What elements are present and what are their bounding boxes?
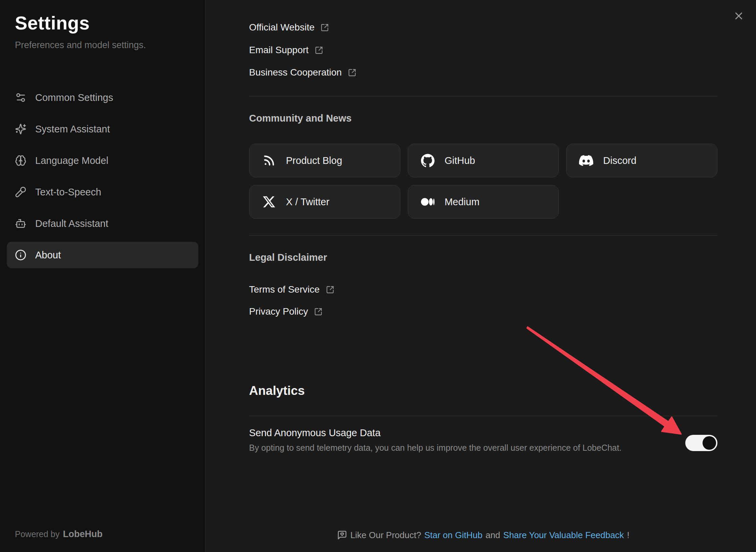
about-panel: Contact Us Official Website Email Suppor… [206,0,756,552]
toggle-knob [703,436,716,450]
external-link-icon [315,46,323,55]
bot-icon [15,218,26,229]
sidebar-item-label: Default Assistant [35,218,108,229]
sidebar-item-text-to-speech[interactable]: Text-to-Speech [7,179,198,205]
setting-description: By opting to send telemetry data, you ca… [249,443,717,453]
sidebar: Settings Preferences and model settings.… [0,0,205,552]
sidebar-item-common-settings[interactable]: Common Settings [7,84,198,111]
external-link-icon [314,307,323,316]
mic-icon [15,186,26,198]
sidebar-item-about[interactable]: About [7,242,198,268]
powered-by-text: Powered by [15,529,60,539]
divider [249,235,717,236]
terms-of-service-link[interactable]: Terms of Service [249,282,717,297]
divider [249,96,717,97]
close-icon [733,10,744,23]
contact-heading: Contact Us [249,0,717,2]
privacy-policy-link[interactable]: Privacy Policy [249,304,717,319]
usage-data-setting: Send Anonymous Usage Data By opting to s… [249,427,717,453]
brand-logo: LobeHub [63,529,103,539]
share-feedback-link[interactable]: Share Your Valuable Feedback [503,530,624,540]
legal-heading: Legal Disclaimer [249,252,717,263]
sidebar-item-label: Language Model [35,155,108,166]
sidebar-item-default-assistant[interactable]: Default Assistant [7,210,198,237]
github-icon [420,153,435,168]
sidebar-item-label: About [35,250,61,261]
sliders-icon [15,92,26,103]
star-on-github-link[interactable]: Star on GitHub [424,530,483,540]
page-subtitle: Preferences and model settings. [15,40,146,50]
x-icon [262,194,276,209]
medium-button[interactable]: Medium [408,185,559,219]
setting-title: Send Anonymous Usage Data [249,427,717,439]
email-support-link[interactable]: Email Support [249,43,717,58]
external-link-icon [320,23,329,32]
external-link-icon [348,68,356,77]
page-footer: Like Our Product? Star on GitHub and Sha… [249,527,717,543]
sidebar-item-label: Common Settings [35,92,113,103]
community-heading: Community and News [249,113,717,124]
github-button[interactable]: GitHub [408,144,559,177]
x-twitter-button[interactable]: X / Twitter [249,185,400,219]
footer-text: ! [627,530,629,540]
info-icon [15,249,26,261]
business-cooperation-link[interactable]: Business Cooperation [249,65,717,80]
footer-text: and [486,530,500,540]
analytics-heading: Analytics [249,384,717,398]
message-square-heart-icon [337,530,347,540]
sidebar-item-label: Text-to-Speech [35,187,101,198]
sidebar-item-label: System Assistant [35,124,110,135]
usage-data-toggle[interactable] [685,435,717,451]
product-blog-button[interactable]: Product Blog [249,144,400,177]
sparkles-icon [15,123,26,135]
sidebar-item-system-assistant[interactable]: System Assistant [7,116,198,142]
rss-icon [262,153,276,168]
official-website-link[interactable]: Official Website [249,20,717,35]
discord-button[interactable]: Discord [566,144,717,177]
external-link-icon [326,285,334,294]
sidebar-nav: Common Settings System Assistant Languag… [0,84,205,273]
powered-by: Powered by LobeHub [15,529,103,539]
community-buttons: Product Blog GitHub Discord X / Twitter [249,144,717,219]
brain-icon [15,155,26,166]
discord-icon [579,153,594,168]
footer-text: Like Our Product? [350,530,421,540]
page-title: Settings [15,12,90,34]
sidebar-item-language-model[interactable]: Language Model [7,147,198,174]
divider [249,416,717,416]
close-button[interactable] [733,10,746,23]
settings-modal: Settings Preferences and model settings.… [0,0,756,552]
medium-icon [420,194,435,209]
